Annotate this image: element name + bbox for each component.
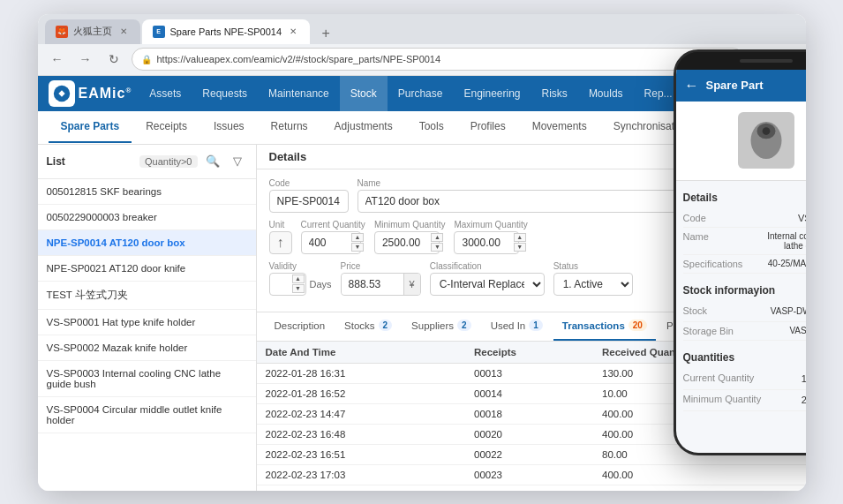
tab-returns[interactable]: Returns (259, 111, 320, 143)
nav-engineering[interactable]: Engineering (453, 76, 531, 111)
nav-risks[interactable]: Risks (531, 76, 578, 111)
phone-curr-qty-value: 1449.00 个 (802, 372, 806, 386)
cell-date: 2022-02-23 17:08 (257, 485, 466, 491)
phone-row-min-qty: Minimum Quantity 2500.00 个 (683, 390, 806, 411)
list-item-5[interactable]: TEST 斗笠式刀夹 (38, 282, 256, 310)
max-qty-input[interactable] (454, 231, 519, 254)
browser-window: 🦊 火狐主页 ✕ E Spare Parts NPE-SP0014 ✕ + ← … (38, 14, 806, 491)
table-row[interactable]: 2022-02-23 17:03 00023 400.00 (257, 464, 806, 485)
cell-receipt: 00020 (465, 424, 593, 444)
tab-adjustments[interactable]: Adjustments (322, 111, 405, 143)
phone-specs-label: Specifications (683, 259, 743, 269)
tab-firefox[interactable]: 🦊 火狐主页 ✕ (45, 19, 140, 44)
phone-min-qty-label: Minimum Quantity (683, 394, 762, 407)
classification-label: Classification (430, 261, 545, 271)
validity-unit-label: Days (310, 279, 332, 290)
status-select[interactable]: 1. Active (553, 273, 633, 296)
phone-curr-qty-label: Current Quantity (683, 372, 755, 386)
nav-assets[interactable]: Assets (139, 76, 192, 111)
cell-date: 2022-01-28 16:52 (257, 383, 466, 403)
tab-eamic[interactable]: E Spare Parts NPE-SP0014 ✕ (142, 19, 311, 44)
lock-icon: 🔒 (141, 55, 152, 64)
name-input[interactable] (358, 190, 719, 213)
current-qty-up[interactable]: ▲ (351, 233, 364, 242)
suppliers-badge: 2 (457, 320, 471, 331)
code-input[interactable] (269, 190, 349, 213)
phone-row-curr-qty: Current Quantity 1449.00 个 (683, 369, 806, 390)
address-bar[interactable]: 🔒 https://valueapex.com/eamic/v2/#/stock… (132, 48, 744, 71)
list-item-3[interactable]: NPE-SP0014 AT120 door box (38, 230, 256, 256)
inner-tab-used-in[interactable]: Used In 1 (482, 312, 552, 341)
tab-movements[interactable]: Movements (520, 111, 599, 143)
list-item-6[interactable]: VS-SP0001 Hat type knife holder (38, 310, 256, 335)
list-item-7[interactable]: VS-SP0002 Mazak knife holder (38, 335, 256, 361)
field-code: Code (269, 178, 349, 213)
tab-firefox-close[interactable]: ✕ (117, 26, 130, 38)
refresh-button[interactable]: ↻ (103, 49, 124, 70)
list-item-8[interactable]: VS-SP0003 Internal cooling CNC lathe gui… (38, 361, 256, 397)
inner-tab-description[interactable]: Description (266, 312, 335, 341)
tab-eamic-close[interactable]: ✕ (287, 26, 299, 38)
col-date: Date And Time (257, 342, 466, 364)
phone-title: Spare Part (706, 79, 806, 92)
phone-row-bin: Storage Bin VASP- W1-001 (683, 322, 806, 341)
tab-tools[interactable]: Tools (407, 111, 456, 143)
svg-point-3 (762, 127, 770, 135)
min-qty-up[interactable]: ▲ (431, 233, 443, 242)
phone-section-details: Details (683, 192, 806, 204)
logo-text: EAMic® (79, 86, 132, 102)
eamic-favicon: E (153, 26, 165, 38)
phone-code-label: Code (683, 213, 706, 223)
tab-issues[interactable]: Issues (201, 111, 257, 143)
tab-receipts[interactable]: Receipts (133, 111, 199, 143)
phone-back-button[interactable]: ← (685, 78, 699, 94)
field-name: Name (358, 178, 719, 213)
price-currency: ¥ (403, 274, 420, 295)
price-input[interactable] (342, 274, 403, 295)
list-item-9[interactable]: VS-SP0004 Circular middle outlet knife h… (38, 397, 256, 433)
nav-moulds[interactable]: Moulds (578, 76, 634, 111)
cell-receipt: 00013 (465, 363, 593, 383)
stocks-badge: 2 (379, 320, 393, 331)
list-filter-icon[interactable]: ▽ (228, 152, 247, 171)
unit-button[interactable]: ↑ (269, 231, 292, 254)
classification-select[interactable]: C-Interval Replace... (430, 273, 545, 296)
list-item-2[interactable]: 0050229000003 breaker (38, 205, 256, 230)
max-qty-up[interactable]: ▲ (514, 233, 526, 242)
inner-tab-suppliers[interactable]: Suppliers 2 (403, 312, 480, 341)
nav-purchase[interactable]: Purchase (388, 76, 454, 111)
current-qty-down[interactable]: ▼ (351, 243, 364, 252)
code-label: Code (269, 178, 349, 188)
nav-requests[interactable]: Requests (192, 76, 258, 111)
field-validity: Validity ▲ ▼ Days (269, 261, 332, 296)
inner-tab-transactions[interactable]: Transactions 20 (553, 312, 656, 341)
phone-screen: ← Spare Part ✏ Details Code VS-SP0003 (676, 70, 806, 453)
list-item-4[interactable]: NPE-SP0021 AT120 door knife (38, 256, 256, 282)
phone-name-label: Name (683, 231, 709, 251)
forward-button[interactable]: → (75, 49, 96, 70)
validity-up[interactable]: ▲ (292, 275, 305, 283)
phone-body: Details Code VS-SP0003 Name Internal coo… (676, 181, 806, 453)
tab-spare-parts[interactable]: Spare Parts (49, 111, 132, 143)
max-qty-down[interactable]: ▼ (514, 243, 526, 252)
max-qty-label: Maximum Quantity (454, 220, 527, 229)
tab-profiles[interactable]: Profiles (458, 111, 518, 143)
nav-maintenance[interactable]: Maintenance (258, 76, 340, 111)
cell-date: 2022-02-23 16:51 (257, 444, 466, 464)
tab-add-button[interactable]: + (315, 23, 336, 44)
validity-down[interactable]: ▼ (292, 284, 305, 293)
inner-tab-stocks[interactable]: Stocks 2 (335, 312, 401, 341)
field-current-qty: Current Quantity ▲ ▼ (301, 220, 365, 254)
list-search-icon[interactable]: 🔍 (203, 152, 222, 171)
max-qty-arrows: ▲ ▼ (514, 233, 526, 252)
nav-stock[interactable]: Stock (340, 76, 388, 111)
min-qty-down[interactable]: ▼ (431, 243, 443, 252)
list-item-1[interactable]: 005012815 SKF bearings (38, 179, 256, 205)
back-button[interactable]: ← (47, 49, 68, 70)
table-row[interactable]: 2022-02-23 17:08 00024 200.00 (257, 485, 806, 491)
min-qty-input[interactable] (374, 231, 440, 254)
cell-date: 2022-02-23 14:47 (257, 403, 466, 424)
cell-date: 2022-02-23 17:03 (257, 464, 466, 485)
field-max-qty: Maximum Quantity ▲ ▼ (454, 220, 527, 254)
cell-receipt: 00023 (465, 464, 593, 485)
